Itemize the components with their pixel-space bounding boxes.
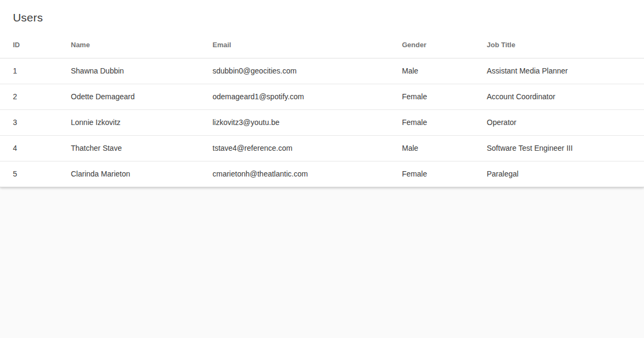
cell-email: cmarietonh@theatlantic.com [200,161,389,187]
table-row[interactable]: 2 Odette Demageard odemageard1@spotify.c… [0,84,644,109]
cell-name: Lonnie Izkovitz [58,109,200,135]
column-header-job-title: Job Title [474,32,644,58]
table-row[interactable]: 4 Thatcher Stave tstave4@reference.com M… [0,135,644,161]
users-table: ID Name Email Gender Job Title 1 Shawna … [0,32,644,187]
cell-email: odemageard1@spotify.com [200,84,389,109]
cell-gender: Female [389,109,474,135]
column-header-name: Name [58,32,200,58]
cell-name: Odette Demageard [58,84,200,109]
column-header-email: Email [200,32,389,58]
cell-email: sdubbin0@geocities.com [200,58,389,84]
cell-id: 2 [0,84,58,109]
column-header-gender: Gender [389,32,474,58]
cell-name: Shawna Dubbin [58,58,200,84]
cell-job-title: Operator [474,109,644,135]
cell-job-title: Account Coordinator [474,84,644,109]
cell-name: Thatcher Stave [58,135,200,161]
table-header-row: ID Name Email Gender Job Title [0,32,644,58]
cell-gender: Female [389,161,474,187]
cell-gender: Male [389,135,474,161]
cell-name: Clarinda Marieton [58,161,200,187]
table-row[interactable]: 5 Clarinda Marieton cmarietonh@theatlant… [0,161,644,187]
users-card: Users ID Name Email Gender Job Title 1 S… [0,0,644,187]
cell-id: 5 [0,161,58,187]
cell-id: 4 [0,135,58,161]
page-title: Users [0,0,644,32]
cell-job-title: Assistant Media Planner [474,58,644,84]
cell-id: 1 [0,58,58,84]
column-header-id: ID [0,32,58,58]
table-row[interactable]: 3 Lonnie Izkovitz lizkovitz3@youtu.be Fe… [0,109,644,135]
table-row[interactable]: 1 Shawna Dubbin sdubbin0@geocities.com M… [0,58,644,84]
cell-email: tstave4@reference.com [200,135,389,161]
cell-job-title: Paralegal [474,161,644,187]
cell-id: 3 [0,109,58,135]
cell-gender: Male [389,58,474,84]
cell-gender: Female [389,84,474,109]
cell-email: lizkovitz3@youtu.be [200,109,389,135]
cell-job-title: Software Test Engineer III [474,135,644,161]
